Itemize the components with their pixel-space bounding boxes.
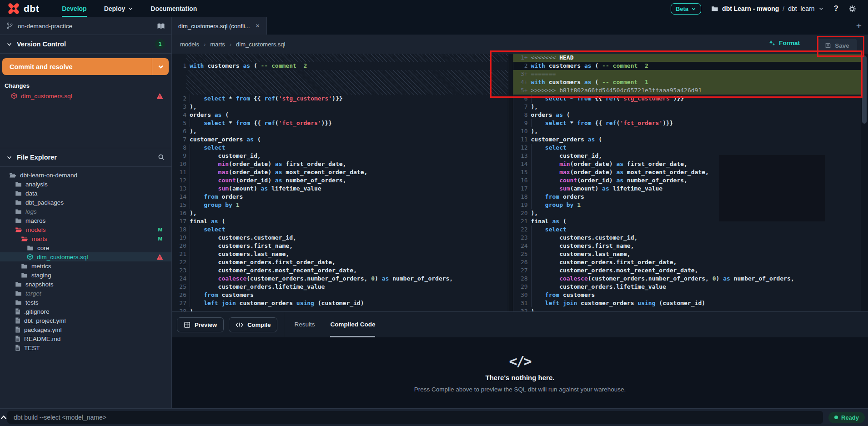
line-number: 18 bbox=[513, 193, 531, 201]
project-selector[interactable]: dbt Learn - mwong / dbt_learn bbox=[711, 5, 824, 12]
code-line: 9select * from {{ ref('fct_orders')}} bbox=[513, 119, 861, 127]
code-line: 26from customers bbox=[172, 291, 508, 299]
file-icon bbox=[15, 317, 20, 324]
pane-divider[interactable] bbox=[508, 54, 513, 311]
file-tree-item[interactable]: dbt-learn-on-demand bbox=[0, 170, 171, 180]
version-control-header[interactable]: Version Control 1 bbox=[0, 35, 171, 54]
line-number: 9 bbox=[513, 119, 531, 127]
status-badge[interactable]: Ready bbox=[828, 412, 865, 423]
status-label: Ready bbox=[841, 414, 859, 421]
code-line: 8select bbox=[172, 144, 508, 152]
file-tree-item[interactable]: .gitignore bbox=[0, 307, 171, 316]
format-button[interactable]: Format bbox=[768, 39, 800, 46]
file-tree-item[interactable]: metrics bbox=[0, 261, 171, 271]
file-tree-item[interactable]: dbt_packages bbox=[0, 198, 171, 207]
code-line: 24customers.first_name, bbox=[513, 242, 861, 250]
folder-icon bbox=[15, 218, 22, 224]
expand-panel-button[interactable] bbox=[0, 415, 7, 420]
book-open-icon[interactable] bbox=[157, 23, 165, 30]
indent-guide bbox=[190, 234, 218, 242]
indent-guide bbox=[531, 119, 545, 127]
code-line: 19customers.customer_id, bbox=[172, 234, 508, 242]
help-icon[interactable]: ? bbox=[834, 4, 838, 13]
code-line: 1+<<<<<<< HEAD bbox=[513, 54, 861, 62]
file-tree-item[interactable]: tests bbox=[0, 298, 171, 307]
code-line: 4orders as ( bbox=[172, 111, 508, 119]
code-line: 22customer_orders.first_order_date, bbox=[172, 258, 508, 266]
folder-icon bbox=[15, 291, 22, 296]
commit-dropdown-caret[interactable] bbox=[152, 58, 169, 75]
branch-row[interactable]: on-demand-practice bbox=[0, 17, 171, 35]
file-tree-item[interactable]: core bbox=[0, 243, 171, 252]
line-number: 31 bbox=[513, 299, 531, 307]
file-tree-item[interactable]: README.md bbox=[0, 334, 171, 343]
indent-guide bbox=[190, 266, 218, 275]
breadcrumb-marts[interactable]: marts bbox=[210, 41, 225, 48]
indent-guide bbox=[531, 234, 560, 242]
line-number: 5+ bbox=[513, 86, 531, 95]
line-number: 21 bbox=[513, 217, 531, 226]
empty-state-title: There's nothing here. bbox=[486, 374, 555, 381]
code-line: 25customers.last_name, bbox=[513, 250, 861, 258]
indent-guide bbox=[531, 185, 560, 193]
changed-file-item[interactable]: dim_customers.sql bbox=[0, 91, 171, 101]
git-branch-icon bbox=[6, 22, 13, 30]
gear-icon[interactable] bbox=[848, 5, 856, 13]
nav-develop[interactable]: Develop bbox=[62, 0, 86, 17]
breadcrumb-file[interactable]: dim_customers.sql bbox=[236, 41, 285, 48]
new-tab-button[interactable]: + bbox=[856, 20, 862, 31]
tab-dim-customers[interactable]: dim_customers.sql (confli... ✕ bbox=[172, 17, 267, 35]
code-line: 14from orders bbox=[172, 193, 508, 201]
file-explorer-header[interactable]: File Explorer bbox=[0, 148, 171, 167]
editor-pane-right-conflict[interactable]: 1+<<<<<<< HEAD2with customers as ( -- co… bbox=[513, 54, 861, 311]
dbt-logo[interactable]: dbt bbox=[0, 0, 51, 17]
file-tree-item[interactable]: logs bbox=[0, 207, 171, 216]
file-tree-item[interactable]: snapshots bbox=[0, 280, 171, 289]
indent-guide bbox=[531, 201, 545, 209]
file-tree-item[interactable]: martsM bbox=[0, 234, 171, 243]
modified-badge: M bbox=[158, 236, 162, 241]
chevron-down-icon bbox=[818, 6, 824, 11]
editor-pane-left[interactable]: 1with customers as ( -- comment 22select… bbox=[172, 54, 508, 311]
nav-deploy[interactable]: Deploy bbox=[104, 0, 134, 17]
file-tree-item[interactable]: target bbox=[0, 289, 171, 298]
code-line: 10), bbox=[513, 127, 861, 135]
file-tree-item[interactable]: analysis bbox=[0, 180, 171, 189]
file-tree-item[interactable]: dbt_project.yml bbox=[0, 316, 171, 325]
commit-and-resolve-button[interactable]: Commit and resolve bbox=[2, 58, 169, 75]
indent-guide bbox=[531, 95, 545, 103]
indent-guide bbox=[531, 193, 545, 201]
file-tree-item[interactable]: dim_customers.sql bbox=[0, 252, 171, 261]
tab-results[interactable]: Results bbox=[294, 312, 315, 337]
beta-dropdown[interactable]: Beta bbox=[671, 3, 701, 15]
file-tree-item[interactable]: data bbox=[0, 189, 171, 198]
code-line: 1with customers as ( -- comment 2 bbox=[172, 62, 508, 70]
code-line: 7), bbox=[513, 103, 861, 111]
code-line: 2with customers as ( -- comment 2 bbox=[513, 62, 861, 70]
file-explorer-title: File Explorer bbox=[17, 154, 57, 161]
save-button[interactable]: Save bbox=[817, 39, 857, 52]
file-tree-item[interactable]: modelsM bbox=[0, 225, 171, 234]
file-tree-item[interactable]: packages.yml bbox=[0, 325, 171, 334]
command-input[interactable]: dbt build --select <model_name> bbox=[7, 411, 823, 424]
scrollbar-thumb[interactable] bbox=[862, 55, 867, 124]
indent-guide bbox=[531, 176, 560, 185]
folder-icon bbox=[15, 300, 22, 306]
file-tree-item[interactable]: TEST bbox=[0, 343, 171, 352]
indent-guide bbox=[190, 144, 204, 152]
search-icon[interactable] bbox=[158, 154, 165, 161]
file-tree-item-label: macros bbox=[25, 217, 45, 224]
code-line: 3), bbox=[172, 103, 508, 111]
editor-scrollbar[interactable] bbox=[861, 54, 868, 311]
tab-compiled-code[interactable]: Compiled Code bbox=[330, 312, 375, 337]
code-line: 23customer_orders.most_recent_order_date… bbox=[172, 266, 508, 275]
compile-button[interactable]: Compile bbox=[229, 317, 277, 332]
nav-documentation[interactable]: Documentation bbox=[151, 0, 197, 17]
breadcrumb-models[interactable]: models bbox=[180, 41, 199, 48]
preview-button[interactable]: Preview bbox=[177, 317, 224, 332]
file-tree-item[interactable]: staging bbox=[0, 271, 171, 280]
indent-guide bbox=[190, 283, 218, 291]
close-icon[interactable]: ✕ bbox=[256, 23, 260, 29]
line-number: 13 bbox=[513, 152, 531, 160]
file-tree-item[interactable]: macros bbox=[0, 216, 171, 225]
